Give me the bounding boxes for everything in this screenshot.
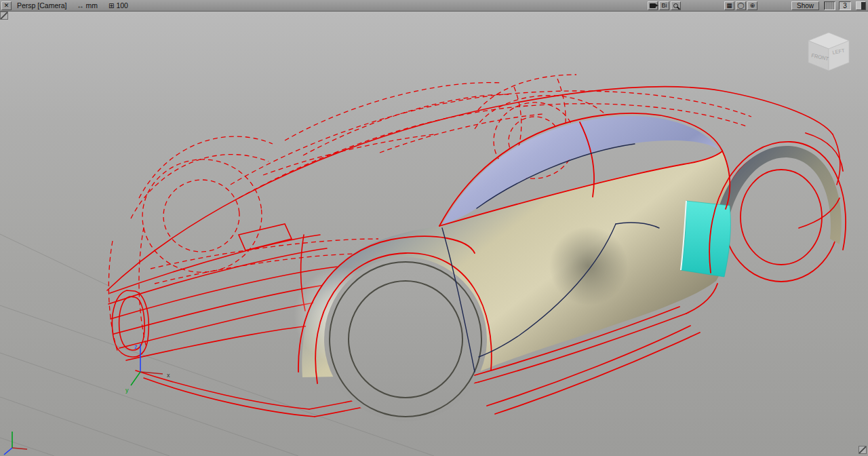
units-label: mm [86, 1, 98, 10]
3d-viewport[interactable]: z y x FRONT LEFT [0, 12, 868, 456]
units-control[interactable]: ↔ mm [77, 1, 98, 10]
pan-move-button[interactable]: ⊕ [747, 1, 757, 10]
close-viewport-button[interactable]: ✕ [1, 1, 12, 10]
camera-icon [650, 3, 656, 8]
display-slider-icon[interactable] [824, 1, 835, 10]
selected-surface-patch[interactable] [681, 201, 730, 277]
view-mode-label[interactable]: Persp [Camera] [17, 1, 67, 10]
viewport-toolbar: ✕ Persp [Camera] ↔ mm ⊞ 100 Bi ▦ ◯ ⊕ Sho… [0, 0, 868, 12]
grid-size-value: 100 [116, 1, 128, 10]
window-layout-icon[interactable] [856, 1, 866, 10]
view-cube[interactable]: FRONT LEFT [808, 33, 849, 71]
zoom-tool-button[interactable] [671, 1, 681, 10]
pivot-z-label: z [134, 343, 138, 350]
viewport-split-widget[interactable] [0, 12, 8, 20]
viewport-canvas: z y x FRONT LEFT [0, 12, 868, 456]
show-menu-button[interactable]: Show [791, 1, 819, 10]
birail-button[interactable]: Bi [659, 1, 669, 10]
modeler-window: ✕ Persp [Camera] ↔ mm ⊞ 100 Bi ▦ ◯ ⊕ Sho… [0, 0, 868, 456]
grid-size-control[interactable]: ⊞ 100 [108, 1, 128, 10]
toolbar-right-group: Bi ▦ ◯ ⊕ Show 3 [648, 1, 868, 10]
magnifier-icon [673, 3, 678, 8]
door-shadow [549, 227, 628, 305]
pivot-x-label: x [167, 372, 170, 379]
grid-snap-icon: ⊞ [108, 2, 114, 10]
circle-display-button[interactable]: ◯ [736, 1, 746, 10]
plane-display-button[interactable]: ▦ [724, 1, 734, 10]
resize-horizontal-icon: ↔ [77, 2, 84, 10]
viewport-resize-widget[interactable] [859, 446, 867, 454]
toolbar-left-group: ✕ Persp [Camera] ↔ mm ⊞ 100 [0, 1, 128, 10]
pivot-y-label: y [125, 387, 129, 394]
layer-value-box[interactable]: 3 [839, 1, 851, 10]
camera-view-button[interactable] [648, 1, 658, 10]
